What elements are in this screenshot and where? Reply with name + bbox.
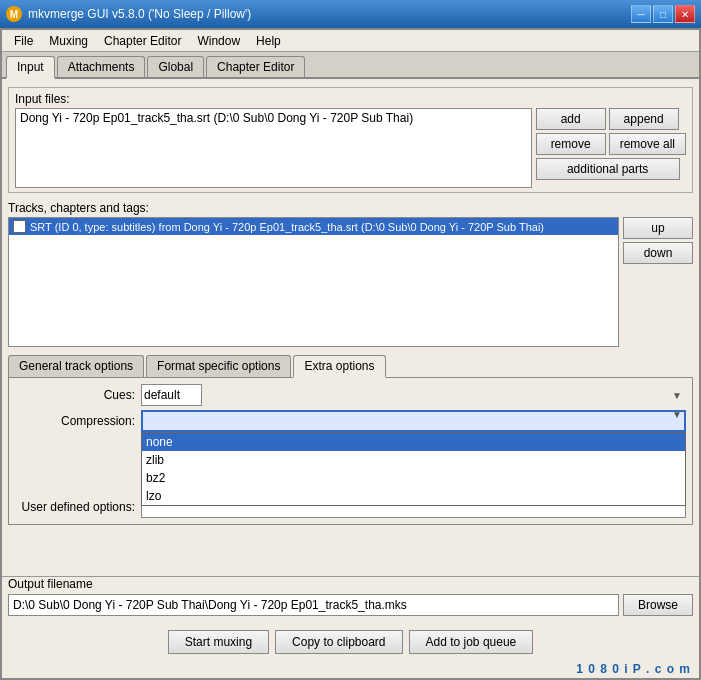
menu-chapter-editor[interactable]: Chapter Editor [96, 32, 189, 50]
options-section: General track options Format specific op… [8, 351, 693, 525]
options-tab-extra[interactable]: Extra options [293, 355, 385, 378]
cues-select[interactable]: default all none [141, 384, 202, 406]
input-files-label: Input files: [15, 92, 686, 106]
track-checkbox[interactable]: ✓ [13, 220, 26, 233]
menu-file[interactable]: File [6, 32, 41, 50]
tracks-label: Tracks, chapters and tags: [8, 201, 693, 215]
window-controls: ─ □ ✕ [631, 5, 695, 23]
title-bar-left: M mkvmerge GUI v5.8.0 ('No Sleep / Pillo… [6, 6, 251, 22]
main-tabs: Input Attachments Global Chapter Editor [2, 52, 699, 79]
output-row: Browse [8, 594, 693, 616]
close-button[interactable]: ✕ [675, 5, 695, 23]
track-item[interactable]: ✓ SRT (ID 0, type: subtitles) from Dong … [9, 218, 618, 235]
cues-row: Cues: default all none ▼ [15, 384, 686, 406]
cues-dropdown-arrow: ▼ [672, 390, 682, 401]
menu-muxing[interactable]: Muxing [41, 32, 96, 50]
watermark: 1 0 8 0 i P . c o m [2, 660, 699, 678]
options-tab-general[interactable]: General track options [8, 355, 144, 377]
cues-label: Cues: [15, 388, 135, 402]
compression-option-bz2[interactable]: bz2 [142, 469, 685, 487]
output-section: Output filename Browse [2, 576, 699, 620]
watermark-text: 1 0 8 0 i P . c o m [576, 662, 691, 676]
menu-window[interactable]: Window [189, 32, 248, 50]
tab-chapter-editor[interactable]: Chapter Editor [206, 56, 305, 77]
track-text: SRT (ID 0, type: subtitles) from Dong Yi… [30, 221, 544, 233]
tab-attachments[interactable]: Attachments [57, 56, 146, 77]
menu-bar: File Muxing Chapter Editor Window Help [2, 30, 699, 52]
remove-all-button[interactable]: remove all [609, 133, 686, 155]
options-tab-format[interactable]: Format specific options [146, 355, 291, 377]
input-files-box: Dong Yi - 720p Ep01_track5_tha.srt (D:\0… [15, 108, 532, 188]
tracks-box: ✓ SRT (ID 0, type: subtitles) from Dong … [8, 217, 619, 347]
append-button[interactable]: append [609, 108, 679, 130]
input-files-row: Dong Yi - 720p Ep01_track5_tha.srt (D:\0… [15, 108, 686, 188]
compression-option-zlib[interactable]: zlib [142, 451, 685, 469]
browse-button[interactable]: Browse [623, 594, 693, 616]
app-icon: M [6, 6, 22, 22]
minimize-button[interactable]: ─ [631, 5, 651, 23]
content-area: Input files: Dong Yi - 720p Ep01_track5_… [2, 79, 699, 570]
add-button[interactable]: add [536, 108, 606, 130]
output-filename-input[interactable] [8, 594, 619, 616]
compression-label: Compression: [15, 414, 135, 428]
user-defined-label: User defined options: [15, 500, 135, 514]
compression-select-wrapper: ▼ none zlib bz2 lzo [141, 410, 686, 432]
cues-select-wrapper: default all none ▼ [141, 384, 686, 406]
menu-help[interactable]: Help [248, 32, 289, 50]
input-file-entry: Dong Yi - 720p Ep01_track5_tha.srt (D:\0… [20, 111, 413, 125]
add-to-job-queue-button[interactable]: Add to job queue [409, 630, 534, 654]
options-tabs-row: General track options Format specific op… [8, 355, 693, 378]
remove-row: remove remove all [536, 133, 686, 155]
compression-input[interactable] [141, 410, 686, 432]
additional-parts-button[interactable]: additional parts [536, 158, 680, 180]
maximize-button[interactable]: □ [653, 5, 673, 23]
track-up-button[interactable]: up [623, 217, 693, 239]
main-window: File Muxing Chapter Editor Window Help I… [0, 28, 701, 680]
compression-row: Compression: ▼ none zlib bz2 lzo [15, 410, 686, 432]
tracks-section: Tracks, chapters and tags: ✓ SRT (ID 0, … [8, 197, 693, 347]
bottom-buttons: Start muxing Copy to clipboard Add to jo… [2, 624, 699, 660]
tracks-row: ✓ SRT (ID 0, type: subtitles) from Dong … [8, 217, 693, 347]
additional-parts-row: additional parts [536, 158, 686, 180]
input-files-section: Input files: Dong Yi - 720p Ep01_track5_… [8, 87, 693, 193]
track-down-button[interactable]: down [623, 242, 693, 264]
remove-button[interactable]: remove [536, 133, 606, 155]
start-muxing-button[interactable]: Start muxing [168, 630, 269, 654]
copy-to-clipboard-button[interactable]: Copy to clipboard [275, 630, 402, 654]
tab-input[interactable]: Input [6, 56, 55, 79]
window-title: mkvmerge GUI v5.8.0 ('No Sleep / Pillow'… [28, 7, 251, 21]
compression-option-none[interactable]: none [142, 433, 685, 451]
tab-global[interactable]: Global [147, 56, 204, 77]
output-label: Output filename [8, 577, 693, 591]
compression-option-lzo[interactable]: lzo [142, 487, 685, 505]
add-append-row: add append [536, 108, 686, 130]
title-bar: M mkvmerge GUI v5.8.0 ('No Sleep / Pillo… [0, 0, 701, 28]
input-buttons: add append remove remove all additional … [536, 108, 686, 180]
compression-dropdown-list: none zlib bz2 lzo [141, 432, 686, 506]
tracks-nav: up down [623, 217, 693, 264]
options-content: Cues: default all none ▼ Compression: [8, 378, 693, 525]
